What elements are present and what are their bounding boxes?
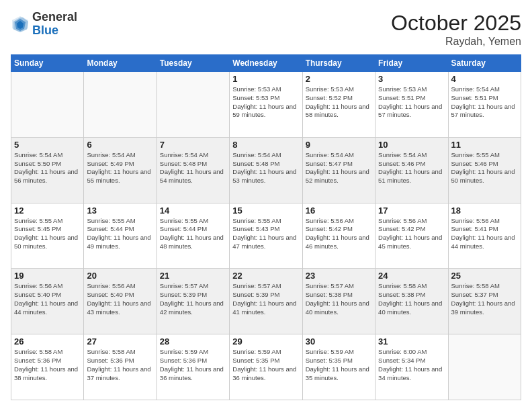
day-info: Sunrise: 5:54 AM Sunset: 5:47 PM Dayligh…: [306, 151, 372, 185]
week-row-1: 5Sunrise: 5:54 AM Sunset: 5:50 PM Daylig…: [11, 137, 521, 203]
day-info: Sunrise: 5:54 AM Sunset: 5:50 PM Dayligh…: [14, 151, 81, 185]
day-info: Sunrise: 5:53 AM Sunset: 5:51 PM Dayligh…: [378, 85, 445, 120]
page: General Blue October 2025 Raydah, Yemen …: [0, 0, 532, 411]
col-header-friday: Friday: [375, 55, 448, 72]
day-number: 1: [232, 74, 299, 84]
day-cell: 20Sunrise: 5:56 AM Sunset: 5:40 PM Dayli…: [84, 269, 157, 334]
day-number: 29: [232, 336, 299, 347]
day-cell: 10Sunrise: 5:54 AM Sunset: 5:46 PM Dayli…: [375, 137, 448, 203]
day-number: 14: [160, 205, 226, 216]
day-cell: [84, 72, 157, 138]
day-number: 28: [160, 336, 226, 347]
day-info: Sunrise: 5:53 AM Sunset: 5:53 PM Dayligh…: [232, 85, 299, 120]
title-block: October 2025 Raydah, Yemen: [391, 11, 521, 48]
day-info: Sunrise: 5:59 AM Sunset: 5:35 PM Dayligh…: [232, 348, 299, 382]
day-number: 24: [378, 271, 445, 281]
day-number: 19: [14, 271, 81, 281]
day-number: 4: [451, 74, 518, 84]
day-cell: 1Sunrise: 5:53 AM Sunset: 5:53 PM Daylig…: [230, 72, 302, 138]
day-number: 20: [87, 271, 153, 281]
day-cell: 6Sunrise: 5:54 AM Sunset: 5:49 PM Daylig…: [84, 137, 157, 203]
day-cell: 8Sunrise: 5:54 AM Sunset: 5:48 PM Daylig…: [230, 137, 302, 203]
logo-general: General: [32, 10, 77, 24]
day-info: Sunrise: 5:58 AM Sunset: 5:37 PM Dayligh…: [451, 282, 518, 316]
day-info: Sunrise: 5:56 AM Sunset: 5:41 PM Dayligh…: [451, 217, 518, 251]
day-cell: 9Sunrise: 5:54 AM Sunset: 5:47 PM Daylig…: [302, 137, 375, 203]
logo-icon: [11, 15, 30, 34]
day-info: Sunrise: 5:58 AM Sunset: 5:36 PM Dayligh…: [14, 348, 81, 382]
day-number: 31: [378, 336, 445, 347]
day-cell: 31Sunrise: 6:00 AM Sunset: 5:34 PM Dayli…: [375, 334, 448, 400]
day-cell: 4Sunrise: 5:54 AM Sunset: 5:51 PM Daylig…: [448, 72, 521, 138]
day-number: 12: [14, 205, 81, 216]
day-cell: 17Sunrise: 5:56 AM Sunset: 5:42 PM Dayli…: [375, 203, 448, 269]
day-cell: 13Sunrise: 5:55 AM Sunset: 5:44 PM Dayli…: [84, 203, 157, 269]
day-cell: 22Sunrise: 5:57 AM Sunset: 5:39 PM Dayli…: [230, 269, 302, 334]
day-cell: 18Sunrise: 5:56 AM Sunset: 5:41 PM Dayli…: [448, 203, 521, 269]
day-info: Sunrise: 5:54 AM Sunset: 5:49 PM Dayligh…: [87, 151, 153, 185]
col-header-monday: Monday: [84, 55, 157, 72]
day-info: Sunrise: 5:59 AM Sunset: 5:36 PM Dayligh…: [160, 348, 226, 382]
day-info: Sunrise: 5:57 AM Sunset: 5:39 PM Dayligh…: [232, 282, 299, 316]
col-header-thursday: Thursday: [302, 55, 375, 72]
day-number: 7: [160, 140, 226, 150]
day-info: Sunrise: 5:55 AM Sunset: 5:43 PM Dayligh…: [232, 217, 299, 251]
day-cell: 26Sunrise: 5:58 AM Sunset: 5:36 PM Dayli…: [11, 334, 84, 400]
day-info: Sunrise: 5:56 AM Sunset: 5:40 PM Dayligh…: [87, 282, 153, 316]
day-info: Sunrise: 5:56 AM Sunset: 5:40 PM Dayligh…: [14, 282, 81, 316]
day-cell: 19Sunrise: 5:56 AM Sunset: 5:40 PM Dayli…: [11, 269, 84, 334]
day-cell: 25Sunrise: 5:58 AM Sunset: 5:37 PM Dayli…: [448, 269, 521, 334]
day-info: Sunrise: 5:53 AM Sunset: 5:52 PM Dayligh…: [306, 85, 372, 120]
day-cell: 29Sunrise: 5:59 AM Sunset: 5:35 PM Dayli…: [230, 334, 302, 400]
day-info: Sunrise: 5:54 AM Sunset: 5:46 PM Dayligh…: [378, 151, 445, 185]
day-info: Sunrise: 5:54 AM Sunset: 5:51 PM Dayligh…: [451, 85, 518, 120]
day-number: 2: [306, 74, 372, 84]
col-header-saturday: Saturday: [448, 55, 521, 72]
day-number: 27: [87, 336, 153, 347]
month-title: October 2025: [391, 11, 521, 36]
day-number: 11: [451, 140, 518, 150]
day-cell: 3Sunrise: 5:53 AM Sunset: 5:51 PM Daylig…: [375, 72, 448, 138]
week-row-4: 26Sunrise: 5:58 AM Sunset: 5:36 PM Dayli…: [11, 334, 521, 400]
day-info: Sunrise: 5:55 AM Sunset: 5:44 PM Dayligh…: [160, 217, 226, 251]
day-info: Sunrise: 5:54 AM Sunset: 5:48 PM Dayligh…: [232, 151, 299, 185]
day-info: Sunrise: 5:57 AM Sunset: 5:39 PM Dayligh…: [160, 282, 226, 316]
day-info: Sunrise: 5:59 AM Sunset: 5:35 PM Dayligh…: [306, 348, 372, 382]
col-header-wednesday: Wednesday: [230, 55, 302, 72]
day-number: 13: [87, 205, 153, 216]
day-cell: 23Sunrise: 5:57 AM Sunset: 5:38 PM Dayli…: [302, 269, 375, 334]
week-row-2: 12Sunrise: 5:55 AM Sunset: 5:45 PM Dayli…: [11, 203, 521, 269]
header-row: SundayMondayTuesdayWednesdayThursdayFrid…: [11, 55, 521, 72]
day-number: 16: [306, 205, 372, 216]
day-number: 30: [306, 336, 372, 347]
day-cell: 27Sunrise: 5:58 AM Sunset: 5:36 PM Dayli…: [84, 334, 157, 400]
day-number: 6: [87, 140, 153, 150]
day-cell: [11, 72, 84, 138]
day-cell: 12Sunrise: 5:55 AM Sunset: 5:45 PM Dayli…: [11, 203, 84, 269]
day-cell: [448, 334, 521, 400]
day-number: 17: [378, 205, 445, 216]
day-cell: 5Sunrise: 5:54 AM Sunset: 5:50 PM Daylig…: [11, 137, 84, 203]
day-number: 3: [378, 74, 445, 84]
header: General Blue October 2025 Raydah, Yemen: [11, 11, 521, 48]
day-info: Sunrise: 5:55 AM Sunset: 5:45 PM Dayligh…: [14, 217, 81, 251]
day-cell: 14Sunrise: 5:55 AM Sunset: 5:44 PM Dayli…: [157, 203, 229, 269]
day-number: 26: [14, 336, 81, 347]
logo-text: General Blue: [32, 11, 77, 38]
day-number: 21: [160, 271, 226, 281]
day-cell: 2Sunrise: 5:53 AM Sunset: 5:52 PM Daylig…: [302, 72, 375, 138]
location: Raydah, Yemen: [391, 36, 521, 48]
day-number: 18: [451, 205, 518, 216]
col-header-tuesday: Tuesday: [157, 55, 229, 72]
day-info: Sunrise: 5:58 AM Sunset: 5:38 PM Dayligh…: [378, 282, 445, 316]
day-cell: 30Sunrise: 5:59 AM Sunset: 5:35 PM Dayli…: [302, 334, 375, 400]
day-cell: 24Sunrise: 5:58 AM Sunset: 5:38 PM Dayli…: [375, 269, 448, 334]
col-header-sunday: Sunday: [11, 55, 84, 72]
day-info: Sunrise: 5:56 AM Sunset: 5:42 PM Dayligh…: [378, 217, 445, 251]
day-number: 8: [232, 140, 299, 150]
day-info: Sunrise: 5:54 AM Sunset: 5:48 PM Dayligh…: [160, 151, 226, 185]
day-number: 25: [451, 271, 518, 281]
day-info: Sunrise: 5:55 AM Sunset: 5:44 PM Dayligh…: [87, 217, 153, 251]
day-number: 23: [306, 271, 372, 281]
day-info: Sunrise: 5:56 AM Sunset: 5:42 PM Dayligh…: [306, 217, 372, 251]
